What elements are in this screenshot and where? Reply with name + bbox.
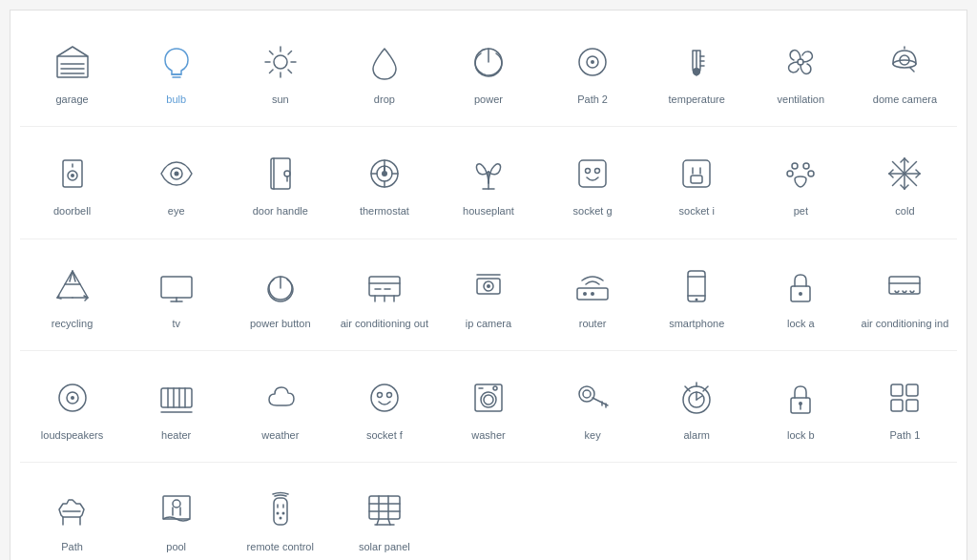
- socket-f-label: socket f: [366, 428, 403, 442]
- icon-item-door-handle[interactable]: door handle: [228, 141, 332, 223]
- icon-item-smartphone[interactable]: smartphone: [645, 254, 749, 336]
- icon-item-thermostat[interactable]: thermostat: [332, 141, 436, 223]
- icon-item-weather[interactable]: weather: [228, 365, 332, 447]
- icon-item-houseplant[interactable]: houseplant: [436, 141, 540, 223]
- garage-label: garage: [55, 93, 88, 106]
- icon-item-air-conditioning-out[interactable]: air conditioning out: [332, 254, 436, 336]
- icon-item-socket-i[interactable]: socket i: [645, 141, 749, 223]
- alarm-label: alarm: [683, 428, 710, 442]
- thermostat-label: thermostat: [360, 204, 409, 218]
- svg-point-6: [274, 55, 287, 69]
- drop-label: drop: [374, 93, 395, 106]
- weather-icon: [258, 375, 303, 421]
- icon-item-power[interactable]: power: [436, 30, 540, 112]
- loudspeakers-label: loudspeakers: [41, 428, 103, 442]
- icon-item-path[interactable]: Path: [20, 477, 124, 559]
- bulb-label: bulb: [166, 93, 186, 106]
- svg-rect-133: [891, 400, 903, 411]
- icon-item-alarm[interactable]: alarm: [645, 365, 749, 447]
- svg-point-56: [792, 163, 798, 169]
- icon-item-cold[interactable]: cold: [853, 141, 957, 223]
- icon-item-pool[interactable]: pool: [124, 477, 228, 559]
- houseplant-icon: [466, 151, 511, 197]
- icon-item-garage[interactable]: garage: [20, 30, 124, 112]
- ip-camera-icon: [466, 263, 511, 309]
- door-handle-label: door handle: [253, 204, 308, 218]
- svg-point-89: [583, 292, 587, 296]
- svg-point-31: [71, 174, 74, 177]
- svg-point-36: [284, 171, 290, 176]
- temperature-label: temperature: [669, 93, 725, 106]
- power-label: power: [474, 93, 503, 106]
- ventilation-label: ventilation: [778, 93, 825, 106]
- svg-point-24: [798, 59, 803, 65]
- svg-point-96: [799, 292, 802, 296]
- path-label: Path: [61, 540, 83, 553]
- svg-point-116: [579, 386, 594, 402]
- icon-item-doorbell[interactable]: doorbell: [20, 141, 124, 223]
- svg-rect-134: [906, 400, 918, 411]
- icon-item-temperature[interactable]: temperature: [645, 30, 749, 112]
- pool-icon: [154, 487, 199, 532]
- temperature-icon: [674, 39, 719, 85]
- icon-item-tv[interactable]: tv: [124, 254, 228, 336]
- icon-item-loudspeakers[interactable]: loudspeakers: [20, 365, 124, 447]
- svg-line-151: [388, 519, 390, 525]
- icon-item-solar-panel[interactable]: solar panel: [332, 477, 436, 559]
- power-button-icon: [258, 263, 303, 309]
- svg-point-117: [583, 390, 591, 398]
- row-divider-3: [20, 350, 957, 351]
- svg-point-143: [281, 512, 284, 515]
- icon-item-pet[interactable]: pet: [749, 141, 853, 223]
- icon-item-lock-a[interactable]: lock a: [749, 254, 853, 336]
- heater-label: heater: [161, 428, 191, 442]
- svg-point-23: [693, 68, 700, 75]
- icon-item-bulb[interactable]: bulb: [124, 30, 228, 112]
- icon-item-heater[interactable]: heater: [124, 365, 228, 447]
- icon-item-socket-g[interactable]: socket g: [541, 141, 645, 223]
- icon-item-lock-b[interactable]: lock b: [749, 365, 853, 447]
- svg-point-108: [371, 384, 398, 411]
- icon-item-air-conditioning-ind[interactable]: air conditioning ind: [853, 254, 957, 336]
- svg-point-109: [377, 392, 382, 397]
- svg-point-51: [595, 169, 600, 174]
- icon-item-eye[interactable]: eye: [124, 141, 228, 223]
- key-label: key: [585, 428, 601, 442]
- tv-icon: [154, 263, 199, 309]
- socket-i-label: socket i: [679, 204, 715, 218]
- cold-label: cold: [895, 204, 914, 218]
- icon-item-path1[interactable]: Path 1: [853, 365, 957, 447]
- pet-label: pet: [794, 204, 808, 218]
- key-icon: [570, 375, 615, 421]
- icon-item-ventilation[interactable]: ventilation: [749, 30, 853, 112]
- path1-label: Path 1: [890, 428, 921, 442]
- svg-point-101: [71, 396, 74, 400]
- svg-line-11: [269, 52, 273, 55]
- icon-item-drop[interactable]: drop: [332, 30, 436, 112]
- icon-item-sun[interactable]: sun: [228, 30, 332, 112]
- sun-icon: [258, 39, 303, 85]
- icon-item-recycling[interactable]: recycling: [20, 254, 124, 336]
- icon-item-socket-f[interactable]: socket f: [332, 365, 436, 447]
- svg-point-58: [787, 171, 793, 176]
- icon-item-washer[interactable]: washer: [436, 365, 540, 447]
- icon-item-key[interactable]: key: [541, 365, 645, 447]
- svg-point-130: [799, 402, 802, 405]
- icon-library: garage bulb: [10, 10, 967, 560]
- svg-point-113: [484, 395, 493, 404]
- svg-point-86: [487, 284, 490, 288]
- icon-item-power-button[interactable]: power button: [228, 254, 332, 336]
- lock-a-label: lock a: [787, 317, 815, 330]
- air-conditioning-out-label: air conditioning out: [341, 317, 428, 330]
- air-conditioning-out-icon: [362, 263, 407, 309]
- svg-point-110: [386, 392, 391, 397]
- icon-item-remote-control[interactable]: remote control: [228, 477, 332, 559]
- icon-grid: garage bulb: [20, 30, 957, 559]
- icon-item-dome-camera[interactable]: dome camera: [853, 30, 957, 112]
- icon-item-path2[interactable]: Path 2: [541, 30, 645, 112]
- icon-item-router[interactable]: router: [541, 254, 645, 336]
- bulb-icon: [154, 39, 199, 85]
- loudspeakers-icon: [50, 375, 95, 421]
- icon-item-ip-camera[interactable]: ip camera: [436, 254, 540, 336]
- washer-icon: [466, 375, 511, 421]
